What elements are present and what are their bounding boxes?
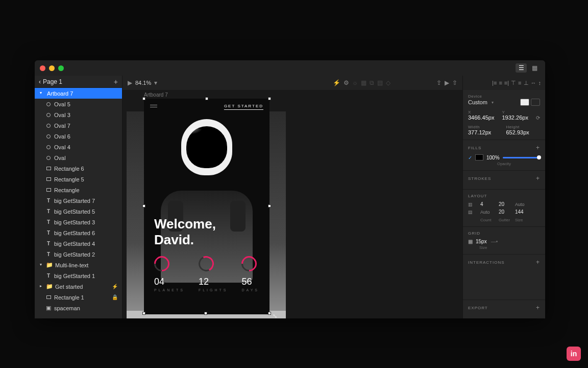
bolt-icon[interactable]: ⚡ [333,79,340,86]
align-top-icon[interactable]: ⊤ [511,80,516,86]
zoom-level[interactable]: 84.1% [135,80,151,86]
sun-icon[interactable]: ☼ [352,79,358,86]
layer-oval-7[interactable]: Oval 7 [35,120,122,131]
spaceman-image [181,119,232,175]
layers-toggle-icon[interactable]: ☰ [516,63,527,73]
page-header[interactable]: ‹ Page 1 + [35,76,122,88]
selection-handle[interactable] [268,97,271,100]
device-value[interactable]: Custom [468,99,487,105]
fill-opacity-value[interactable]: 100% [486,155,500,160]
layer-text-7[interactable]: Tbig GetStarted 7 [35,195,122,206]
align-middle-icon[interactable]: ≡ [518,80,521,86]
disclosure-icon[interactable]: ▾ [40,90,44,95]
align-bottom-icon[interactable]: ⊥ [524,80,529,86]
rectangle-icon [46,177,51,182]
grid-size-value[interactable]: 15px [476,239,487,244]
y-value[interactable]: 1932.26px [502,114,532,121]
add-interaction-icon[interactable]: + [536,259,540,266]
inspector-panel: |≡ ≡ ≡| ⊤ ≡ ⊥ ↔ ↕ Device Custom ▾ [462,76,545,318]
selection-handle[interactable] [142,312,145,315]
share-icon[interactable]: ⇧ [452,79,457,86]
chevron-down-icon[interactable]: ▾ [154,79,157,86]
layer-group-getstarted[interactable]: ▸📁Get started⚡ [35,281,122,292]
preview-icon[interactable]: ▶ [445,79,449,86]
columns-icon[interactable]: ▥ [468,202,477,207]
maximize-window-dot[interactable] [58,65,64,71]
distribute-v-icon[interactable]: ↕ [538,80,542,86]
device-label: Device [468,94,540,99]
hamburger-icon[interactable] [150,105,157,107]
swap-icon[interactable]: ⟳ [536,115,540,121]
canvas[interactable]: ▶ 84.1% ▾ ⚡ ⚙ ☼ ▦ ⧉ ▤ ◇ ⇪ ▶ ⇧ [122,76,462,318]
layer-oval-3[interactable]: Oval 3 [35,109,122,120]
artboard-label[interactable]: Artboard 7 [144,92,168,98]
device-portrait-button[interactable] [520,99,529,106]
layer-text-2[interactable]: Tbig GetStarted 2 [35,249,122,260]
minimize-window-dot[interactable] [49,65,55,71]
fill-enabled-check-icon[interactable]: ✓ [468,155,472,160]
add-page-icon[interactable]: + [114,78,118,86]
align-left-icon[interactable]: |≡ [492,80,497,86]
oval-icon [46,112,51,118]
selection-handle[interactable] [142,97,145,100]
selection-handle[interactable] [142,204,145,208]
selection-handle[interactable] [204,312,207,315]
layer-oval[interactable]: Oval [35,152,122,163]
layer-group-multiline[interactable]: ▾📁Multi-line-text [35,260,122,270]
layer-artboard-7[interactable]: ▾ Artboard 7 [35,88,122,99]
add-stroke-icon[interactable]: + [536,175,540,182]
align-right-icon[interactable]: ≡| [504,80,509,86]
selection-handle[interactable] [268,204,271,208]
add-fill-icon[interactable]: + [536,144,540,151]
invision-badge[interactable]: in [567,347,581,361]
distribute-h-icon[interactable]: ↔ [531,80,536,86]
layer-oval-5[interactable]: Oval 5 [35,99,122,109]
selection-handle[interactable] [268,312,271,315]
diamond-icon[interactable]: ◇ [386,79,390,86]
close-window-dot[interactable] [40,65,45,71]
text-icon: T [46,252,51,257]
upload-icon[interactable]: ⇪ [436,79,442,86]
gear-icon[interactable]: ⚙ [344,79,349,86]
layers-list[interactable]: ▾ Artboard 7 Oval 5 Oval 3 Oval 7 Oval 6… [35,88,122,318]
layer-rectangle-1[interactable]: Rectangle 1🔒 [35,292,122,303]
opacity-slider[interactable] [503,157,540,158]
layer-text-1[interactable]: Tbig GetStarted 1 [35,270,122,281]
disclosure-icon[interactable]: ▾ [40,262,44,267]
layer-text-4[interactable]: Tbig GetStarted 4 [35,238,122,249]
layers-icon[interactable]: ▦ [361,79,366,86]
play-icon[interactable]: ▶ [128,79,132,86]
layout-section: LAYOUT ▥ 4 20 Auto ▤ Auto 20 144 Count G… [463,189,545,226]
artboard-7[interactable]: GET STARTED Welcome, David. 04 PLANETS [144,99,270,314]
device-landscape-button[interactable] [531,99,540,106]
x-value[interactable]: 3466.45px [468,114,498,121]
rows-icon[interactable]: ▤ [468,210,477,215]
copy-icon[interactable]: ⧉ [370,79,374,86]
inspector-align-toolbar: |≡ ≡ ≡| ⊤ ≡ ⊥ ↔ ↕ [463,76,545,90]
layer-rectangle-6[interactable]: Rectangle 6 [35,163,122,174]
image-icon: ▣ [46,306,51,311]
layer-oval-4[interactable]: Oval 4 [35,142,122,152]
add-export-icon[interactable]: + [536,304,540,311]
get-started-link[interactable]: GET STARTED [224,104,263,108]
layer-rectangle[interactable]: Rectangle [35,185,122,195]
layer-rectangle-5[interactable]: Rectangle 5 [35,174,122,185]
grid-icon[interactable]: ▦ [468,239,473,244]
oval-icon [46,102,51,107]
layer-text-6[interactable]: Tbig GetStarted 6 [35,227,122,238]
back-chevron-icon[interactable]: ‹ [39,78,41,85]
components-toggle-icon[interactable]: ▦ [529,63,540,73]
width-value[interactable]: 377.12px [468,129,502,135]
disclosure-icon[interactable]: ▸ [40,284,44,288]
layer-oval-6[interactable]: Oval 6 [35,131,122,142]
layer-text-3[interactable]: Tbig GetStarted 3 [35,217,122,227]
stack-icon[interactable]: ▤ [377,79,383,86]
fill-swatch[interactable] [475,154,483,160]
resize-cursor-icon: ⤡ [273,313,277,318]
layer-text-5[interactable]: Tbig GetStarted 5 [35,206,122,217]
layer-image-spaceman[interactable]: ▣spaceman [35,303,122,313]
height-value[interactable]: 652.93px [506,129,541,135]
selection-handle[interactable] [205,97,208,100]
align-center-icon[interactable]: ≡ [499,80,502,86]
folder-icon: 📁 [47,284,52,289]
